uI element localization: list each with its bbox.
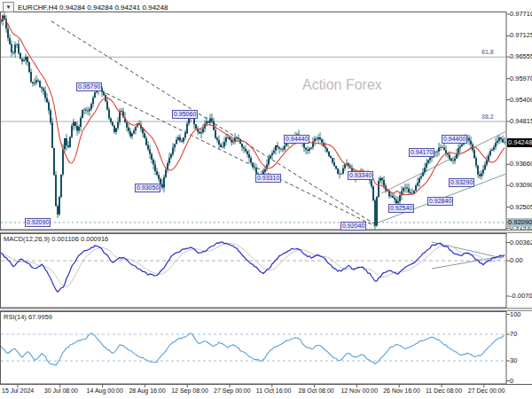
quick-trade-dropdown-icon[interactable]: ▼	[3, 2, 14, 12]
symbol-ohlc-text: EURCHF,H4 0.94284 0.94284 0.94241 0.9424…	[18, 4, 168, 12]
main-pane-graphics	[1, 21, 506, 226]
chart-window: ▼ EURCHF,H4 0.94284 0.94284 0.94241 0.94…	[0, 0, 532, 399]
candles	[0, 12, 505, 230]
macd-graphics	[1, 242, 505, 292]
chart-canvas[interactable]	[0, 0, 532, 399]
rsi-header: RSI(14) 67.9959	[4, 313, 52, 321]
rsi-graphics	[1, 333, 505, 365]
symbol-ohlc-title: ▼ EURCHF,H4 0.94284 0.94284 0.94241 0.94…	[3, 2, 168, 12]
macd-header: MACD(12,26,9) 0.001106 0.000916	[4, 235, 108, 243]
pane-borders	[0, 12, 532, 385]
